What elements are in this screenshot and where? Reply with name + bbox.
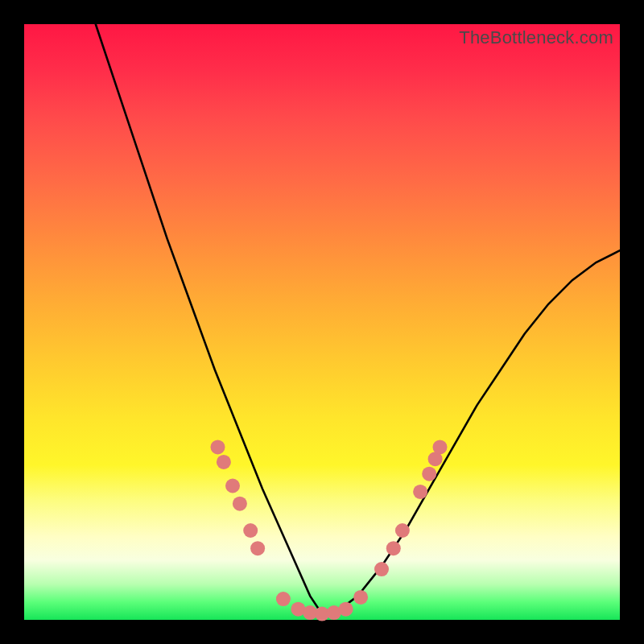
plot-area: TheBottleneck.com xyxy=(24,24,620,620)
bottleneck-curve xyxy=(96,24,620,614)
curve-marker xyxy=(217,455,231,469)
curve-marker xyxy=(225,479,240,493)
curve-marker xyxy=(433,440,448,454)
curve-marker xyxy=(353,590,368,605)
curve-marker xyxy=(374,562,389,576)
curve-marker xyxy=(413,485,427,499)
marker-group xyxy=(211,440,448,621)
curve-marker xyxy=(250,541,265,555)
curve-marker xyxy=(243,523,258,538)
curve-marker xyxy=(233,497,247,511)
curve-marker xyxy=(422,467,436,481)
curve-marker xyxy=(386,541,401,555)
chart-frame: TheBottleneck.com xyxy=(0,0,644,644)
curve-marker xyxy=(211,440,225,454)
curve-marker xyxy=(395,523,410,538)
curve-marker xyxy=(276,592,291,606)
curve-layer xyxy=(24,24,620,620)
curve-marker xyxy=(339,602,353,617)
